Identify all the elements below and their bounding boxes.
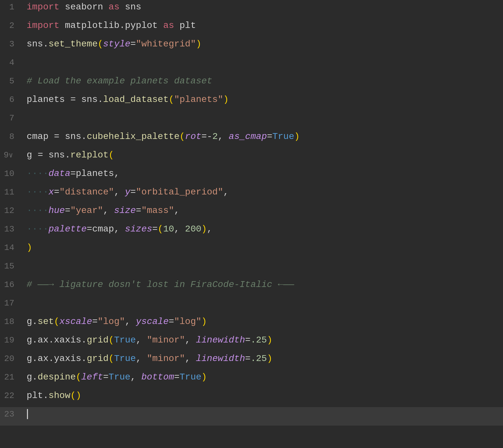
line-number-18: 18 — [0, 315, 20, 328]
line-number-16: 16 — [0, 278, 20, 291]
line-content-6: planets = sns.load_dataset("planets") — [20, 93, 503, 106]
line-content-1: import seaborn as sns — [20, 0, 503, 14]
line-number-22: 22 — [0, 389, 20, 402]
line-content-9: g = sns.relplot( — [20, 148, 503, 162]
line-number-3: 3 — [0, 37, 20, 51]
line-number-4: 4 — [0, 56, 20, 69]
line-number-5: 5 — [0, 74, 20, 88]
line-content-8: cmap = sns.cubehelix_palette(rot=-2, as_… — [20, 130, 503, 143]
code-line-11: 11 ····x="distance", y="orbital_period", — [0, 185, 503, 204]
line-content-21: g.despine(left=True, bottom=True) — [20, 370, 503, 384]
line-content-12: ····hue="year", size="mass", — [20, 204, 503, 218]
code-line-6: 6 planets = sns.load_dataset("planets") — [0, 93, 503, 111]
line-number-21: 21 — [0, 370, 20, 384]
line-content-10: ····data=planets, — [20, 167, 503, 180]
line-content-18: g.set(xscale="log", yscale="log") — [20, 315, 503, 329]
line-content-16: # ——→ ligature dosn't lost in FiraCode-I… — [20, 278, 503, 292]
code-line-7: 7 — [0, 111, 503, 130]
line-number-8: 8 — [0, 130, 20, 143]
line-content-3: sns.set_theme(style="whitegrid") — [20, 37, 503, 51]
line-number-23: 23 — [0, 407, 20, 421]
code-line-12: 12 ····hue="year", size="mass", — [0, 204, 503, 222]
line-number-12: 12 — [0, 204, 20, 217]
code-line-2: 2 import matplotlib.pyplot as plt — [0, 19, 503, 37]
code-line-21: 21 g.despine(left=True, bottom=True) — [0, 370, 503, 389]
code-line-17: 17 — [0, 296, 503, 315]
line-number-10: 10 — [0, 167, 20, 180]
code-line-15: 15 — [0, 259, 503, 278]
code-line-22: 22 plt.show() — [0, 389, 503, 407]
line-content-20: g.ax.yaxis.grid(True, "minor", linewidth… — [20, 352, 503, 366]
line-number-15: 15 — [0, 259, 20, 273]
code-line-1: 1 import seaborn as sns — [0, 0, 503, 19]
line-number-6: 6 — [0, 93, 20, 106]
line-content-2: import matplotlib.pyplot as plt — [20, 19, 503, 32]
line-number-20: 20 — [0, 352, 20, 365]
line-content-19: g.ax.xaxis.grid(True, "minor", linewidth… — [20, 333, 503, 347]
code-line-3: 3 sns.set_theme(style="whitegrid") — [0, 37, 503, 56]
code-line-16: 16 # ——→ ligature dosn't lost in FiraCod… — [0, 278, 503, 296]
line-content-15 — [20, 259, 503, 273]
line-number-1: 1 — [0, 0, 20, 14]
line-content-4 — [20, 56, 503, 69]
line-number-11: 11 — [0, 185, 20, 199]
code-line-14: 14 ) — [0, 241, 503, 259]
line-content-13: ····palette=cmap, sizes=(10, 200), — [20, 222, 503, 236]
code-editor[interactable]: 1 import seaborn as sns 2 import matplot… — [0, 0, 503, 448]
code-line-10: 10 ····data=planets, — [0, 167, 503, 185]
line-number-9: 9∨ — [0, 148, 20, 162]
code-line-18: 18 g.set(xscale="log", yscale="log") — [0, 315, 503, 333]
line-number-2: 2 — [0, 19, 20, 32]
line-number-7: 7 — [0, 111, 20, 125]
line-content-11: ····x="distance", y="orbital_period", — [20, 185, 503, 199]
code-line-13: 13 ····palette=cmap, sizes=(10, 200), — [0, 222, 503, 241]
line-content-17 — [20, 296, 503, 310]
code-line-20: 20 g.ax.yaxis.grid(True, "minor", linewi… — [0, 352, 503, 370]
code-line-9: 9∨ g = sns.relplot( — [0, 148, 503, 167]
line-content-22: plt.show() — [20, 389, 503, 403]
line-number-13: 13 — [0, 222, 20, 236]
line-number-19: 19 — [0, 333, 20, 347]
code-line-4: 4 — [0, 56, 503, 74]
line-number-14: 14 — [0, 241, 20, 254]
line-content-23 — [20, 407, 503, 421]
code-line-19: 19 g.ax.xaxis.grid(True, "minor", linewi… — [0, 333, 503, 352]
code-line-23: 23 — [0, 407, 503, 426]
text-cursor — [27, 409, 28, 419]
code-line-5: 5 # Load the example planets dataset — [0, 74, 503, 93]
line-content-5: # Load the example planets dataset — [20, 74, 503, 88]
line-number-17: 17 — [0, 296, 20, 310]
line-content-7 — [20, 111, 503, 125]
line-content-14: ) — [20, 241, 503, 255]
code-line-8: 8 cmap = sns.cubehelix_palette(rot=-2, a… — [0, 130, 503, 148]
